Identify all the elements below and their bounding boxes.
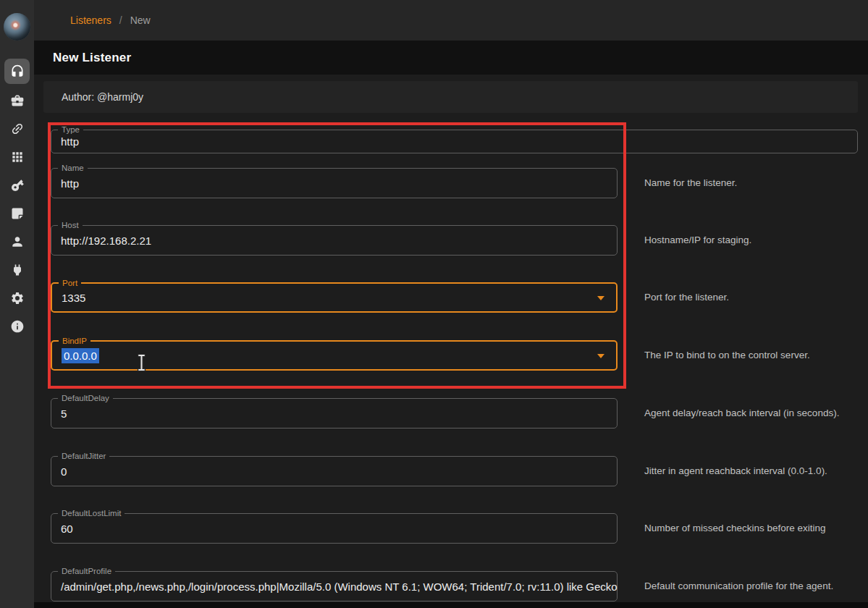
briefcase-icon xyxy=(10,93,25,108)
defaultlostlimit-field[interactable]: DefaultLostLimit 60 xyxy=(51,513,618,544)
defaultlostlimit-help-text: Number of missed checkins before exiting xyxy=(644,522,861,535)
defaultprofile-field[interactable]: DefaultProfile /admin/get.php,/news.php,… xyxy=(51,571,618,601)
bindip-dropdown-caret-icon[interactable] xyxy=(597,354,604,358)
breadcrumb: Listeners / New xyxy=(70,0,151,41)
defaultdelay-value: 5 xyxy=(61,399,67,428)
defaultjitter-value: 0 xyxy=(61,457,67,486)
top-bar: Listeners / New xyxy=(34,0,868,41)
sidebar-item-briefcase[interactable] xyxy=(0,88,34,113)
defaultlostlimit-value: 60 xyxy=(61,514,73,543)
name-field[interactable]: Name http xyxy=(51,168,618,198)
breadcrumb-listeners-link[interactable]: Listeners xyxy=(70,14,111,26)
port-help-text: Port for the listener. xyxy=(644,291,861,304)
port-dropdown-caret-icon[interactable] xyxy=(597,296,604,300)
info-icon xyxy=(10,319,25,334)
sidebar-item-person[interactable] xyxy=(0,229,34,254)
next-section-edge xyxy=(34,602,868,608)
bindip-field[interactable]: BindIP 0.0.0.0 xyxy=(51,340,618,371)
name-value: http xyxy=(61,169,79,198)
breadcrumb-current: New xyxy=(130,14,151,26)
defaultdelay-help-text: Agent delay/reach back interval (in seco… xyxy=(644,407,861,420)
app-window: Listeners / New New Listener Author: @ha… xyxy=(0,0,868,608)
name-help-text: Name for the listener. xyxy=(644,177,861,190)
type-field[interactable]: Type http xyxy=(51,130,858,153)
sidebar-item-key[interactable] xyxy=(0,173,34,198)
link-icon xyxy=(7,119,27,139)
port-value: 1335 xyxy=(62,284,85,311)
key-icon xyxy=(7,175,27,195)
host-field[interactable]: Host http://192.168.2.21 xyxy=(51,225,618,256)
bindip-selected-text: 0.0.0.0 xyxy=(62,348,99,363)
app-logo xyxy=(4,13,30,41)
sidebar-item-info[interactable] xyxy=(0,314,34,339)
defaultjitter-help-text: Jitter in agent reachback interval (0.0-… xyxy=(644,465,861,478)
plug-icon xyxy=(10,263,25,277)
author-text: Author: @harmj0y xyxy=(62,91,143,103)
defaultdelay-field[interactable]: DefaultDelay 5 xyxy=(51,398,618,428)
page-title: New Listener xyxy=(53,51,131,65)
sidebar-item-gear[interactable] xyxy=(0,286,34,311)
port-field[interactable]: Port 1335 xyxy=(51,282,618,313)
headset-icon xyxy=(10,64,25,79)
sidebar-item-listeners[interactable] xyxy=(4,59,30,84)
author-card: Author: @harmj0y xyxy=(43,81,858,113)
grid-icon xyxy=(10,150,25,164)
host-help-text: Hostname/IP for staging. xyxy=(644,234,861,247)
sidebar-item-note[interactable] xyxy=(0,201,34,226)
gear-icon xyxy=(10,291,25,305)
host-value: http://192.168.2.21 xyxy=(61,226,151,255)
type-value: http xyxy=(61,130,79,153)
bindip-value: 0.0.0.0 xyxy=(62,342,99,369)
title-band: New Listener xyxy=(34,41,868,75)
sidebar-item-grid[interactable] xyxy=(0,145,34,169)
person-icon xyxy=(10,235,25,249)
sidebar-item-link[interactable] xyxy=(0,117,34,141)
defaultprofile-help-text: Default communication profile for the ag… xyxy=(644,580,861,593)
bindip-help-text: The IP to bind to on the control server. xyxy=(644,349,861,362)
note-icon xyxy=(10,206,25,221)
defaultprofile-value: /admin/get.php,/news.php,/login/process.… xyxy=(61,572,618,601)
sidebar xyxy=(0,0,34,608)
sidebar-item-plug[interactable] xyxy=(0,258,34,282)
defaultjitter-field[interactable]: DefaultJitter 0 xyxy=(51,456,618,486)
breadcrumb-separator: / xyxy=(119,14,122,26)
